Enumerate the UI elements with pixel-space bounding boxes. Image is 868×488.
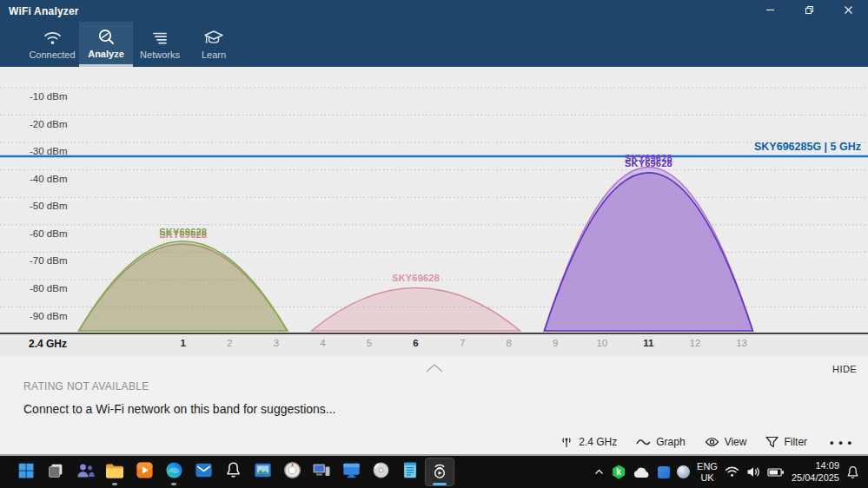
tray-bell-icon[interactable] xyxy=(846,465,859,479)
taskbar-start-button[interactable] xyxy=(11,458,41,486)
taskbar-computer-button[interactable] xyxy=(307,458,336,486)
tray-wifi-icon[interactable] xyxy=(725,466,739,478)
channel-label: 13 xyxy=(732,338,752,348)
tab-label: Connected xyxy=(29,49,75,60)
tray-blue-app-icon[interactable] xyxy=(658,466,670,478)
disc-icon xyxy=(371,460,391,484)
tab-label: Analyze xyxy=(88,49,124,59)
channel-label: 6 xyxy=(407,338,426,348)
system-tray: kENGUK14:0925/04/2025 xyxy=(593,460,868,483)
ssid-label: SKY69628 xyxy=(392,273,440,283)
tray-kaspersky-icon[interactable]: k xyxy=(612,465,626,479)
channel-label: 5 xyxy=(360,338,379,348)
language-code: ENG xyxy=(697,461,718,472)
y-tick-label: -10 dBm xyxy=(30,91,67,102)
minimize-icon xyxy=(765,5,775,17)
toolbar-label: View xyxy=(725,436,747,448)
toolbar-label: Graph xyxy=(656,436,685,448)
taskbar-teams-button[interactable] xyxy=(70,458,100,486)
taskbar-media-player-button[interactable] xyxy=(129,458,159,486)
tray-battery-icon[interactable] xyxy=(767,467,785,478)
compass-icon xyxy=(282,460,302,484)
y-tick-label: -20 dBm xyxy=(30,119,67,129)
y-tick-label: -50 dBm xyxy=(30,201,67,211)
tray-volume-icon[interactable] xyxy=(746,466,760,478)
more-options-button[interactable]: • • • xyxy=(826,436,856,449)
toolbar-band-button[interactable]: 2.4 GHz xyxy=(560,436,617,449)
graph-icon xyxy=(636,438,651,446)
tray-onedrive-icon[interactable] xyxy=(633,466,651,478)
channel-label: 4 xyxy=(313,338,332,348)
taskbar-display-button[interactable] xyxy=(336,458,366,486)
window-title: WiFi Analyzer xyxy=(0,5,79,17)
suggestion-panel: HIDE RATING NOT AVAILABLE Connect to a W… xyxy=(0,356,868,430)
tray-tray-chevron-icon[interactable] xyxy=(593,467,605,478)
notifications-app-icon xyxy=(223,460,243,484)
network-curve[interactable] xyxy=(312,287,520,331)
tray-globe-icon[interactable] xyxy=(677,465,690,478)
network-curve[interactable] xyxy=(544,173,752,331)
clock[interactable]: 14:0925/04/2025 xyxy=(792,460,839,483)
y-tick-label: -60 dBm xyxy=(30,228,67,239)
toolbar-label: Filter xyxy=(784,436,807,448)
tab-learn[interactable]: Learn xyxy=(187,22,241,67)
channel-label: 8 xyxy=(500,338,519,348)
y-tick-label: -90 dBm xyxy=(30,311,67,321)
task-view-icon xyxy=(46,461,65,484)
toolbar-graph-button[interactable]: Graph xyxy=(636,436,685,448)
taskbar-outlook-button[interactable] xyxy=(189,458,218,486)
channel-label: 1 xyxy=(174,338,193,348)
taskbar-edge-button[interactable] xyxy=(159,458,189,486)
rating-status: RATING NOT AVAILABLE xyxy=(23,380,149,392)
ssid-label: SKY69628 xyxy=(159,227,207,237)
toolbar-view-button[interactable]: View xyxy=(705,436,747,448)
ssid-label: SKY69628 xyxy=(625,158,673,168)
language-indicator[interactable]: ENGUK xyxy=(697,461,718,483)
titlebar: WiFi Analyzer xyxy=(0,0,868,22)
start-icon xyxy=(17,461,36,484)
y-tick-label: -80 dBm xyxy=(30,283,67,293)
taskbar-photos-button[interactable] xyxy=(248,458,277,486)
file-explorer-icon xyxy=(104,460,125,485)
tab-label: Learn xyxy=(202,49,226,60)
computer-icon xyxy=(311,460,332,484)
tab-analyze[interactable]: Analyze xyxy=(79,22,133,67)
close-icon xyxy=(844,5,853,17)
network-curve[interactable] xyxy=(79,241,288,331)
taskbar-wifi-analyzer-button[interactable] xyxy=(425,458,454,486)
y-tick-label: -30 dBm xyxy=(30,146,67,156)
nav-bar: ConnectedAnalyzeNetworksLearn xyxy=(0,22,868,67)
nav-tabs: ConnectedAnalyzeNetworksLearn xyxy=(25,22,241,67)
taskbar-compass-button[interactable] xyxy=(277,458,307,486)
close-button[interactable] xyxy=(829,0,868,22)
taskbar-disc-button[interactable] xyxy=(366,458,395,486)
taskbar: kENGUK14:0925/04/2025 xyxy=(0,456,868,488)
analyze-icon xyxy=(96,27,116,46)
wifi-icon xyxy=(43,30,63,47)
notepad-icon xyxy=(401,460,420,484)
tray-time: 14:09 xyxy=(815,460,839,472)
chevron-up-icon[interactable] xyxy=(425,361,444,372)
taskbar-apps xyxy=(0,456,454,488)
taskbar-notifications-app-button[interactable] xyxy=(218,458,248,486)
toolbar-filter-button[interactable]: Filter xyxy=(765,436,807,448)
channel-label: 3 xyxy=(267,338,286,348)
teams-icon xyxy=(75,460,96,485)
taskbar-task-view-button[interactable] xyxy=(41,458,70,486)
restore-icon xyxy=(805,5,814,17)
tab-networks[interactable]: Networks xyxy=(133,22,187,67)
tab-connected[interactable]: Connected xyxy=(25,22,79,67)
display-icon xyxy=(341,460,361,484)
taskbar-file-explorer-button[interactable] xyxy=(100,458,129,486)
wifi-analyzer-icon xyxy=(429,460,450,485)
hide-button[interactable]: HIDE xyxy=(832,364,857,374)
photos-icon xyxy=(253,460,273,484)
signal-chart: -10 dBm-20 dBm-30 dBm-40 dBm-50 dBm-60 d… xyxy=(0,67,868,333)
overlay-network-label: SKY696285G | 5 GHz xyxy=(754,141,861,153)
taskbar-notepad-button[interactable] xyxy=(395,458,425,486)
y-tick-label: -40 dBm xyxy=(30,174,67,184)
restore-button[interactable] xyxy=(790,0,829,22)
channel-label: 11 xyxy=(639,338,658,348)
minimize-button[interactable] xyxy=(751,0,790,22)
toolbar-items: 2.4 GHzGraphViewFilter xyxy=(560,436,807,449)
